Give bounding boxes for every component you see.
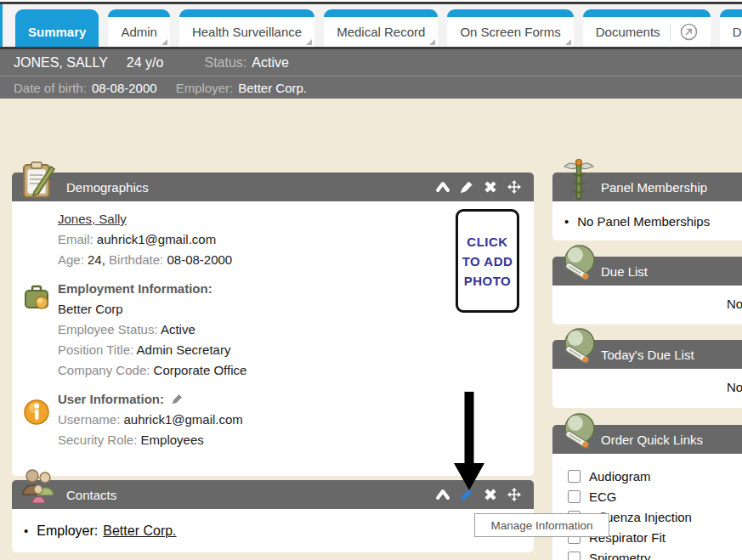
order-quick-links-panel: Order Quick Links Audiogram ECG Influenz… <box>552 425 742 560</box>
tab-on-screen-forms[interactable]: On Screen Forms <box>447 9 573 47</box>
age-label: Age: <box>58 252 84 267</box>
caduceus-icon <box>559 158 598 202</box>
contact-employer-label: Employer: <box>37 523 98 539</box>
manage-information-tooltip: Manage Information <box>474 513 609 537</box>
dropdown-fold-icon <box>306 39 312 45</box>
tab-bar: Summary Admin Health Surveillance Medica… <box>15 9 742 47</box>
panel-membership-body: • No Panel Memberships <box>552 201 742 240</box>
app-window: Summary Admin Health Surveillance Medica… <box>0 0 742 560</box>
spirometry-checkbox[interactable] <box>568 552 581 560</box>
dropdown-fold-icon <box>565 39 571 45</box>
demographics-header[interactable]: Demographics <box>12 173 534 201</box>
company-code-label: Company Code: <box>58 363 150 377</box>
thermometer-ball-icon <box>558 410 600 453</box>
external-link-icon[interactable] <box>680 23 698 41</box>
tab-documents-dv[interactable]: Documents-DV <box>720 9 742 47</box>
add-photo-placeholder[interactable]: CLICK TO ADD PHOTO <box>456 209 519 313</box>
due-list-body: No <box>552 286 742 325</box>
position-value: Admin Secretary <box>137 342 231 357</box>
employee-status-value: Active <box>161 322 195 337</box>
dropdown-fold-icon <box>161 39 167 45</box>
email-label: Email: <box>58 232 93 246</box>
close-icon[interactable] <box>483 179 498 195</box>
tab-documents[interactable]: Documents <box>583 9 711 47</box>
username-label: Username: <box>58 412 120 427</box>
quick-link-row-ecg: ECG <box>552 486 742 506</box>
photo-line: CLICK <box>467 235 507 249</box>
contacts-body: • Employer: Better Corp. <box>12 509 534 552</box>
edit-user-pencil-icon[interactable] <box>171 393 184 405</box>
collapse-chevron-icon[interactable] <box>435 487 450 502</box>
patient-name-link[interactable]: Jones, Sally <box>58 212 127 226</box>
email-value: auhrick1@gmail.com <box>97 232 216 246</box>
security-role-value: Employees <box>141 433 204 447</box>
employment-heading: Employment Information: <box>58 281 212 296</box>
dob-label: Date of birth: <box>14 81 87 95</box>
position-label: Position Title: <box>58 342 133 357</box>
ecg-checkbox[interactable] <box>568 490 581 503</box>
quick-link-row-audiogram: Audiogram <box>552 466 742 486</box>
tab-label: Admin <box>121 25 157 39</box>
tab-summary[interactable]: Summary <box>15 9 99 47</box>
username-value: auhrick1@gmail.com <box>124 412 243 427</box>
tab-strip-accent <box>0 4 3 47</box>
pointer-arrow-annotation <box>452 392 486 492</box>
briefcase-icon <box>23 284 50 311</box>
thermometer-ball-icon <box>558 242 600 285</box>
dob-value: 08-08-2000 <box>92 81 157 95</box>
todays-due-list-text: No <box>727 380 742 394</box>
panel-actions <box>435 173 522 201</box>
tab-medical-record[interactable]: Medical Record <box>324 9 438 47</box>
photo-line: TO ADD <box>462 254 513 269</box>
clipboard-pencil-icon <box>15 158 59 202</box>
quick-link-row-spirometry: Spirometry <box>552 547 742 560</box>
birthdate-label: Birthdate: <box>109 252 163 267</box>
checkbox-label: Spirometry <box>589 551 651 560</box>
company-code-value: Corporate Office <box>154 363 247 377</box>
move-icon[interactable] <box>507 487 522 502</box>
tab-label: On Screen Forms <box>460 25 560 39</box>
edit-pencil-icon[interactable] <box>459 179 474 195</box>
checkbox-label: ECG <box>589 489 617 504</box>
employer-value: Better Corp. <box>238 81 307 95</box>
panel-membership-panel: Panel Membership • No Panel Memberships <box>552 173 742 240</box>
no-panel-memberships-text: No Panel Memberships <box>577 214 710 229</box>
employer-label: Employer: <box>176 81 234 95</box>
page-content: Demographics Jones, Sally Email: auhrick… <box>0 99 742 560</box>
birthdate-value: 08-08-2000 <box>167 252 232 267</box>
status-value: Active <box>252 55 289 71</box>
photo-line: PHOTO <box>464 274 512 288</box>
employee-status-label: Employee Status: <box>58 322 158 337</box>
collapse-chevron-icon[interactable] <box>435 179 450 195</box>
tab-label: Summary <box>28 25 86 39</box>
move-icon[interactable] <box>507 179 522 195</box>
todays-due-list-body: No <box>552 369 742 408</box>
patient-header: JONES, SALLY 24 y/o Status: Active <box>0 49 742 76</box>
tab-health-surveillance[interactable]: Health Surveillance <box>179 9 314 47</box>
family-contacts-icon <box>17 466 59 508</box>
order-quick-links-body: Audiogram ECG Influenza Injection Respir… <box>552 454 742 560</box>
tab-label: Documents <box>596 25 660 39</box>
tab-strip: Summary Admin Health Surveillance Medica… <box>0 4 742 47</box>
audiogram-checkbox[interactable] <box>568 470 581 483</box>
tab-label: Medical Record <box>337 25 425 39</box>
security-role-label: Security Role: <box>58 433 137 447</box>
age-value: 24, <box>88 252 105 267</box>
dropdown-fold-icon <box>429 39 435 45</box>
due-list-panel: Due List No <box>552 257 742 325</box>
bullet: • <box>564 214 569 229</box>
patient-name: JONES, SALLY <box>14 55 108 71</box>
bullet: • <box>24 523 28 538</box>
patient-age: 24 y/o <box>127 55 164 71</box>
status-label: Status: <box>204 55 246 71</box>
tab-admin[interactable]: Admin <box>108 9 170 47</box>
tab-label: Documents-DV <box>733 25 742 39</box>
due-list-text: No <box>727 297 742 311</box>
patient-subheader: Date of birth: 08-08-2000 Employer: Bett… <box>0 76 742 99</box>
tab-label: Health Surveillance <box>192 25 302 39</box>
tooltip-text: Manage Information <box>490 519 592 532</box>
thermometer-ball-icon <box>558 325 600 368</box>
contact-employer-link[interactable]: Better Corp. <box>103 523 176 539</box>
checkbox-label: Audiogram <box>589 469 651 484</box>
user-heading: User Information: <box>58 392 164 406</box>
